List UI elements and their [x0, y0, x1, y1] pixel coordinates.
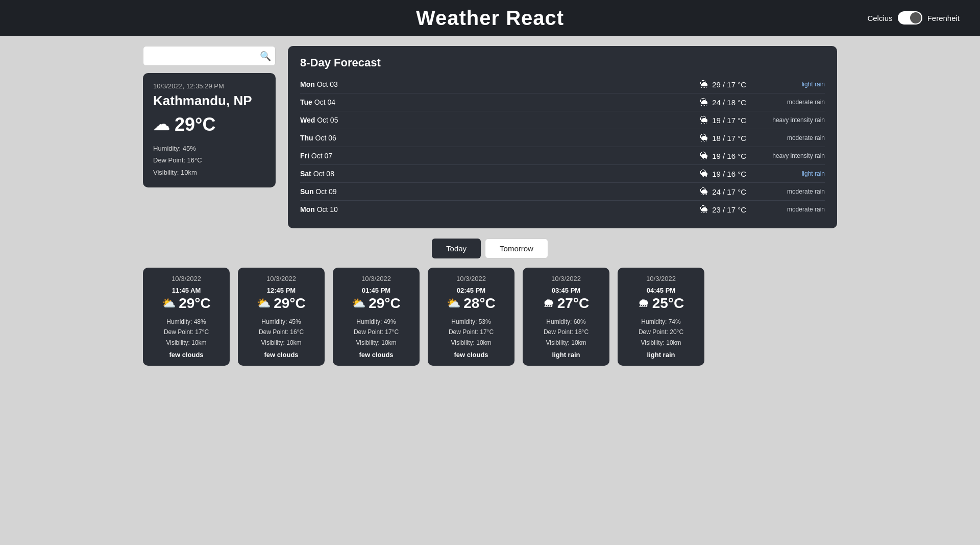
- hourly-condition: light rain: [627, 351, 695, 359]
- search-input[interactable]: [148, 49, 260, 63]
- tab-tomorrow[interactable]: Tomorrow: [485, 239, 548, 258]
- hourly-card: 10/3/2022 11:45 AM ⛅ 29°C Humidity: 48% …: [143, 268, 230, 366]
- current-city: Kathmandu, NP: [153, 93, 265, 109]
- hourly-cloud-icon: ⛅: [257, 297, 271, 310]
- hourly-temp: 25°C: [652, 295, 684, 312]
- forecast-day: Wed: [300, 116, 315, 124]
- forecast-temp-values: 29 / 17 °C: [712, 80, 746, 89]
- forecast-cloud-icon: 🌦: [700, 169, 708, 178]
- forecast-description: moderate rain: [758, 134, 825, 141]
- hourly-card: 10/3/2022 12:45 PM ⛅ 29°C Humidity: 45% …: [238, 268, 325, 366]
- forecast-temp-values: 18 / 17 °C: [712, 134, 746, 143]
- hourly-condition: few clouds: [342, 351, 410, 359]
- forecast-temps: 🌦 24 / 18 °C moderate rain: [700, 98, 825, 107]
- forecast-temps: 🌦 19 / 17 °C heavy intensity rain: [700, 115, 825, 125]
- hourly-temp: 29°C: [274, 295, 306, 312]
- hourly-temp: 28°C: [463, 295, 496, 312]
- hourly-time: 04:45 PM: [627, 287, 695, 294]
- current-visibility: Visibility: 10km: [153, 167, 265, 178]
- hourly-temp-row: ⛅ 29°C: [152, 295, 220, 312]
- current-dew: Dew Point: 16°C: [153, 154, 265, 166]
- hourly-dew: Dew Point: 17°C: [437, 327, 505, 337]
- hourly-dew: Dew Point: 20°C: [627, 327, 695, 337]
- hourly-dew: Dew Point: 16°C: [247, 327, 315, 337]
- forecast-temp-values: 19 / 17 °C: [712, 116, 746, 125]
- forecast-cloud-icon: 🌦: [700, 115, 708, 125]
- forecast-date: Wed Oct 05: [300, 116, 361, 124]
- current-humidity: Humidity: 45%: [153, 143, 265, 154]
- hourly-details: Humidity: 48% Dew Point: 17°C Visibility…: [152, 317, 220, 348]
- forecast-temps: 🌦 24 / 17 °C moderate rain: [700, 187, 825, 196]
- forecast-temp-values: 19 / 16 °C: [712, 152, 746, 160]
- unit-toggle-switch[interactable]: [898, 11, 922, 25]
- forecast-temps: 🌦 19 / 16 °C light rain: [700, 169, 825, 178]
- forecast-row: Mon Oct 03 🌦 29 / 17 °C light rain: [300, 76, 825, 93]
- forecast-date: Fri Oct 07: [300, 152, 361, 160]
- forecast-row: Mon Oct 10 🌦 23 / 17 °C moderate rain: [300, 201, 825, 218]
- hourly-visibility: Visibility: 10km: [342, 338, 410, 348]
- forecast-description: light rain: [758, 81, 825, 88]
- forecast-description: moderate rain: [758, 206, 825, 213]
- forecast-temps: 🌦 19 / 16 °C heavy intensity rain: [700, 151, 825, 160]
- hourly-temp: 29°C: [179, 295, 211, 312]
- tabs-row: Today Tomorrow: [143, 239, 837, 258]
- hourly-date: 10/3/2022: [152, 275, 220, 282]
- forecast-panel: 8-Day Forecast Mon Oct 03 🌦 29 / 17 °C l…: [288, 46, 837, 228]
- forecast-day: Tue: [300, 98, 312, 106]
- forecast-row: Sun Oct 09 🌦 24 / 17 °C moderate rain: [300, 183, 825, 201]
- cloud-icon: ☁: [153, 115, 169, 134]
- hourly-condition: few clouds: [437, 351, 505, 359]
- app-header: Weather React Celcius Ferenheit: [0, 0, 980, 36]
- hourly-section: 10/3/2022 11:45 AM ⛅ 29°C Humidity: 48% …: [143, 268, 837, 371]
- tab-today[interactable]: Today: [432, 239, 481, 258]
- hourly-card: 10/3/2022 01:45 PM ⛅ 29°C Humidity: 49% …: [333, 268, 420, 366]
- forecast-row: Sat Oct 08 🌦 19 / 16 °C light rain: [300, 165, 825, 183]
- forecast-day: Fri: [300, 152, 309, 160]
- hourly-condition: few clouds: [247, 351, 315, 359]
- hourly-temp-row: 🌧 27°C: [532, 295, 600, 312]
- forecast-date: Tue Oct 04: [300, 98, 361, 106]
- current-details: Humidity: 45% Dew Point: 16°C Visibility…: [153, 143, 265, 178]
- hourly-time: 12:45 PM: [247, 287, 315, 294]
- forecast-date: Sun Oct 09: [300, 187, 361, 196]
- forecast-description: heavy intensity rain: [758, 152, 825, 159]
- forecast-cloud-icon: 🌦: [700, 151, 708, 160]
- forecast-row: Tue Oct 04 🌦 24 / 18 °C moderate rain: [300, 93, 825, 111]
- hourly-details: Humidity: 49% Dew Point: 17°C Visibility…: [342, 317, 410, 348]
- hourly-details: Humidity: 45% Dew Point: 16°C Visibility…: [247, 317, 315, 348]
- search-icon[interactable]: 🔍: [260, 51, 271, 62]
- current-timestamp: 10/3/2022, 12:35:29 PM: [153, 82, 265, 90]
- forecast-day: Thu: [300, 134, 313, 142]
- forecast-temp-values: 19 / 16 °C: [712, 170, 746, 178]
- hourly-details: Humidity: 74% Dew Point: 20°C Visibility…: [627, 317, 695, 348]
- hourly-cloud-icon: ⛅: [352, 297, 365, 310]
- top-section: 🔍 10/3/2022, 12:35:29 PM Kathmandu, NP ☁…: [143, 46, 837, 228]
- hourly-temp-row: ⛅ 29°C: [247, 295, 315, 312]
- forecast-temps: 🌦 23 / 17 °C moderate rain: [700, 205, 825, 214]
- forecast-date: Mon Oct 10: [300, 205, 361, 214]
- forecast-cloud-icon: 🌦: [700, 133, 708, 143]
- hourly-time: 03:45 PM: [532, 287, 600, 294]
- forecast-row: Wed Oct 05 🌦 19 / 17 °C heavy intensity …: [300, 111, 825, 129]
- forecast-date: Sat Oct 08: [300, 170, 361, 178]
- left-panel: 🔍 10/3/2022, 12:35:29 PM Kathmandu, NP ☁…: [143, 46, 276, 228]
- forecast-cloud-icon: 🌦: [700, 187, 708, 196]
- hourly-time: 11:45 AM: [152, 287, 220, 294]
- main-content: 🔍 10/3/2022, 12:35:29 PM Kathmandu, NP ☁…: [0, 36, 980, 381]
- forecast-title: 8-Day Forecast: [300, 56, 825, 69]
- hourly-temp: 29°C: [369, 295, 401, 312]
- current-weather-card: 10/3/2022, 12:35:29 PM Kathmandu, NP ☁ 2…: [143, 73, 276, 187]
- search-box: 🔍: [143, 46, 276, 66]
- forecast-temp-values: 23 / 17 °C: [712, 205, 746, 214]
- hourly-visibility: Visibility: 10km: [627, 338, 695, 348]
- hourly-condition: few clouds: [152, 351, 220, 359]
- hourly-card: 10/3/2022 03:45 PM 🌧 27°C Humidity: 60% …: [523, 268, 609, 366]
- forecast-day: Sun: [300, 187, 313, 196]
- fahrenheit-label: Ferenheit: [927, 14, 960, 22]
- hourly-date: 10/3/2022: [247, 275, 315, 282]
- hourly-cloud-icon: 🌧: [543, 297, 554, 310]
- hourly-visibility: Visibility: 10km: [437, 338, 505, 348]
- forecast-description: heavy intensity rain: [758, 116, 825, 124]
- unit-toggle-group: Celcius Ferenheit: [867, 11, 960, 25]
- forecast-row: Fri Oct 07 🌦 19 / 16 °C heavy intensity …: [300, 147, 825, 165]
